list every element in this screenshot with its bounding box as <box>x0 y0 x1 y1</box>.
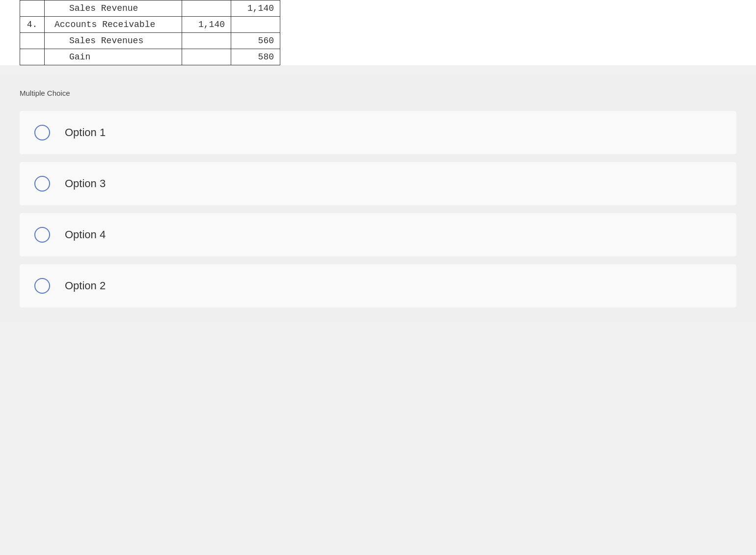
journal-entry-section: Sales Revenue1,1404.Accounts Receivable1… <box>0 0 756 65</box>
option-label-option4: Option 4 <box>65 228 106 241</box>
table-row-credit: 560 <box>231 33 280 49</box>
table-row-debit <box>182 33 231 49</box>
table-row-num <box>20 33 45 49</box>
radio-option3[interactable] <box>34 176 50 192</box>
table-row-num <box>20 0 45 17</box>
table-row-num <box>20 49 45 65</box>
radio-option1[interactable] <box>34 125 50 140</box>
table-row-debit: 1,140 <box>182 17 231 33</box>
table-row-credit: 1,140 <box>231 0 280 17</box>
table-row-debit <box>182 49 231 65</box>
multiple-choice-header: Multiple Choice <box>20 85 736 101</box>
option-item-option1[interactable]: Option 1 <box>20 111 736 154</box>
option-item-option4[interactable]: Option 4 <box>20 213 736 256</box>
multiple-choice-section: Multiple Choice Option 1Option 3Option 4… <box>0 75 756 322</box>
radio-option2[interactable] <box>34 278 50 294</box>
option-label-option1: Option 1 <box>65 126 106 139</box>
table-row-debit <box>182 0 231 17</box>
option-item-option2[interactable]: Option 2 <box>20 264 736 307</box>
table-row-credit: 580 <box>231 49 280 65</box>
radio-option4[interactable] <box>34 227 50 243</box>
table-row-desc: Accounts Receivable <box>45 17 182 33</box>
table-row-desc: Gain <box>45 49 182 65</box>
option-item-option3[interactable]: Option 3 <box>20 162 736 205</box>
table-row-num: 4. <box>20 17 45 33</box>
options-container: Option 1Option 3Option 4Option 2 <box>20 111 736 307</box>
table-row-desc: Sales Revenue <box>45 0 182 17</box>
option-label-option2: Option 2 <box>65 279 106 292</box>
journal-table: Sales Revenue1,1404.Accounts Receivable1… <box>20 0 280 65</box>
option-label-option3: Option 3 <box>65 177 106 190</box>
table-row-desc: Sales Revenues <box>45 33 182 49</box>
table-row-credit <box>231 17 280 33</box>
